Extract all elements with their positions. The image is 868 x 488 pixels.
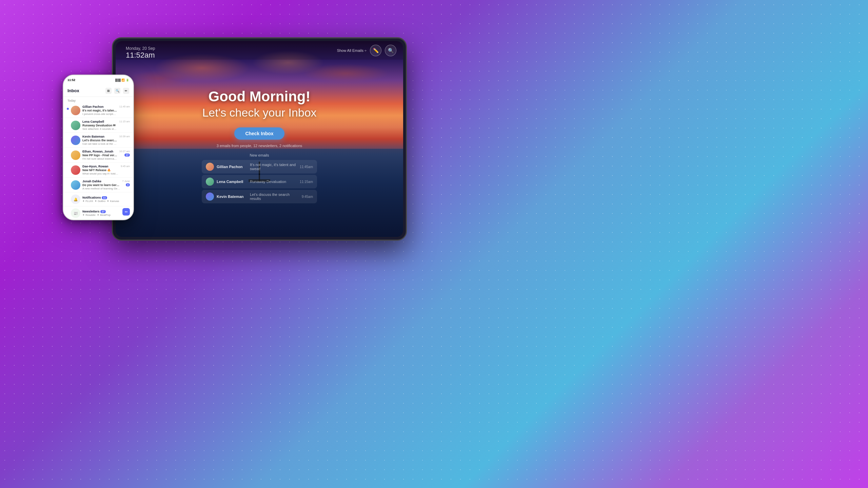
avatar (71, 150, 80, 160)
email-meta: 10:39 am (119, 135, 130, 138)
email-sender: Kevin Bateman (82, 135, 117, 138)
avatar (71, 121, 80, 130)
new-emails-section: New emails Gillian Pachon It's not magic… (202, 153, 317, 205)
tablet-time: 11:52am (126, 51, 155, 60)
email-meta: 7 June 4 (122, 180, 130, 186)
email-subject: New PP logo - Final version! (82, 154, 117, 157)
list-item[interactable]: Jonah Dahke Do you want to learn German?… (63, 178, 133, 192)
avatar (71, 106, 80, 115)
newsletter-compose-button[interactable]: ✏ (122, 208, 130, 216)
tablet-screen: Monday, 20 Sep 11:52am Show All Emails ÷… (116, 41, 403, 237)
email-time: 10:39 am (119, 135, 130, 138)
compose-icon-button[interactable]: ✏️ (370, 45, 381, 56)
email-preview: See attached. It sounds strange... (82, 127, 117, 130)
avatar (206, 192, 214, 201)
list-item[interactable]: Dae-Hyun, Rowan New NFT Release 🔥 What w… (63, 163, 133, 178)
email-time: 7 June (122, 180, 130, 183)
email-preview: I prevent cross-site scripting... (82, 113, 117, 116)
email-subject: Do you want to learn German? (82, 183, 120, 187)
email-time: 9:45 am (121, 165, 130, 168)
email-time: 11:15 am (119, 120, 130, 123)
email-sender: Jonah Dahke (82, 180, 120, 183)
app-label: ✦ Kanvas (107, 200, 119, 203)
email-subject: It's not magic, it's talent and sweat! (82, 109, 117, 112)
email-time: 11:15am (300, 180, 313, 184)
newsletters-row[interactable]: 📰 Newsletters 27 ✦ Readdle ✦ BeatPop ✏ (63, 206, 133, 220)
phone-filter-icon[interactable]: ⊞ (105, 88, 112, 94)
email-meta: 11:45 am (119, 105, 130, 108)
unread-indicator (67, 108, 69, 110)
email-preview: What would you say if I told you... (82, 172, 119, 175)
phone-search-icon[interactable]: 🔍 (114, 88, 120, 94)
new-emails-label: New emails (202, 153, 317, 157)
wifi-icon: 📶 (121, 79, 125, 82)
phone-status-icons: ▐▐▐ 📶 🔋 (115, 79, 129, 82)
email-subject: Let's discuss the search results (82, 139, 117, 142)
phone-screen: 11:52 ▐▐▐ 📶 🔋 Inbox ⊞ 🔍 ✏ Today Gillian … (63, 75, 133, 220)
greeting-line2: Let's check your Inbox (202, 106, 316, 119)
table-row[interactable]: Gillian Pachon It's not magic, it's tale… (202, 160, 317, 174)
check-inbox-button[interactable]: Check Inbox (234, 127, 284, 140)
email-sender: Kevin Bateman (217, 195, 247, 199)
avatar (206, 178, 214, 186)
email-preview: A new method of learning German... (82, 187, 120, 190)
table-row[interactable]: Kevin Bateman Let's discuss the search r… (202, 190, 317, 203)
phone-compose-icon[interactable]: ✏ (123, 88, 129, 94)
phone-header-icons: ⊞ 🔍 ✏ (105, 88, 129, 94)
email-meta: 10:27 am 17 (119, 150, 130, 157)
email-sender: Gillian Pachon (217, 165, 247, 169)
phone-device: 11:52 ▐▐▐ 📶 🔋 Inbox ⊞ 🔍 ✏ Today Gillian … (63, 75, 134, 220)
email-meta: 11:15 am (119, 120, 130, 123)
email-content: Jonah Dahke Do you want to learn German?… (82, 180, 120, 190)
tablet-header: Monday, 20 Sep 11:52am Show All Emails ÷… (116, 41, 403, 60)
email-content: Dae-Hyun, Rowan New NFT Release 🔥 What w… (82, 165, 119, 175)
email-time: 11:45am (300, 165, 313, 169)
email-content: Lena Campbell Runaway Devaluation ✉ See … (82, 120, 117, 130)
tablet-date: Monday, 20 Sep (126, 46, 155, 51)
unread-badge: 4 (126, 183, 130, 186)
email-meta: 9:45 am (121, 165, 130, 168)
greeting-line1: Good Morning! (202, 88, 316, 105)
email-subject: Runaway Devaluation ✉ (82, 124, 117, 127)
show-all-emails-link[interactable]: Show All Emails ÷ (337, 48, 367, 53)
greeting-block: Good Morning! Let's check your Inbox (202, 88, 316, 119)
tablet-date-time: Monday, 20 Sep 11:52am (126, 46, 155, 60)
newsletters-icon: 📰 (71, 208, 80, 218)
notifications-badge: 11 (102, 196, 107, 199)
tablet-main-content: Good Morning! Let's check your Inbox Che… (116, 61, 403, 237)
notifications-row[interactable]: 🔔 Notifications 11 ✦ FLUIX ✦ GoBro ✦ Kan… (63, 192, 133, 206)
app-label: ✦ GoBro (95, 200, 105, 203)
email-subject: It's not magic, it's talent and sweat! (250, 163, 297, 171)
unread-badge: 17 (124, 154, 130, 157)
notifications-apps: ✦ FLUIX ✦ GoBro ✦ Kanvas (82, 200, 130, 203)
email-subject: Runaway Devaluation (250, 180, 297, 184)
phone-status-bar: 11:52 ▐▐▐ 📶 🔋 (63, 75, 133, 85)
email-sender: Lena Campbell (217, 180, 247, 184)
app-label: ✦ BeatPop (97, 214, 111, 217)
avatar (71, 180, 80, 190)
email-sender: Gillian Pachon (82, 105, 117, 108)
list-item[interactable]: Ethan, Rowan, Jonah New PP logo - Final … (63, 148, 133, 163)
search-icon-button[interactable]: 🔍 (385, 45, 396, 56)
avatar (206, 163, 214, 171)
signal-icon: ▐▐▐ (115, 79, 120, 82)
list-item[interactable]: Lena Campbell Runaway Devaluation ✉ See … (63, 118, 133, 133)
email-sender: Dae-Hyun, Rowan (82, 165, 119, 168)
phone-app-header: Inbox ⊞ 🔍 ✏ (63, 85, 133, 97)
tablet-actions: Show All Emails ÷ ✏️ 🔍 (337, 45, 396, 56)
email-time: 10:27 am (119, 150, 130, 153)
email-preview: Can we take a look at the search... (82, 142, 117, 145)
list-item[interactable]: Kevin Bateman Let's discuss the search r… (63, 133, 133, 148)
newsletters-badge: 27 (100, 210, 106, 213)
email-subject: Let's discuss the search results (250, 192, 299, 201)
phone-status-time: 11:52 (67, 78, 75, 82)
table-row[interactable]: Lena Campbell Runaway Devaluation 11:15a… (202, 175, 317, 188)
email-content: Ethan, Rowan, Jonah New PP logo - Final … (82, 150, 117, 160)
phone-header-title: Inbox (67, 88, 79, 93)
battery-icon: 🔋 (126, 79, 129, 82)
email-sender: Ethan, Rowan, Jonah (82, 150, 117, 153)
notifications-icon: 🔔 (71, 195, 80, 204)
email-sender: Lena Campbell (82, 120, 117, 123)
list-item[interactable]: Gillian Pachon It's not magic, it's tale… (63, 103, 133, 118)
email-content: Kevin Bateman Let's discuss the search r… (82, 135, 117, 145)
